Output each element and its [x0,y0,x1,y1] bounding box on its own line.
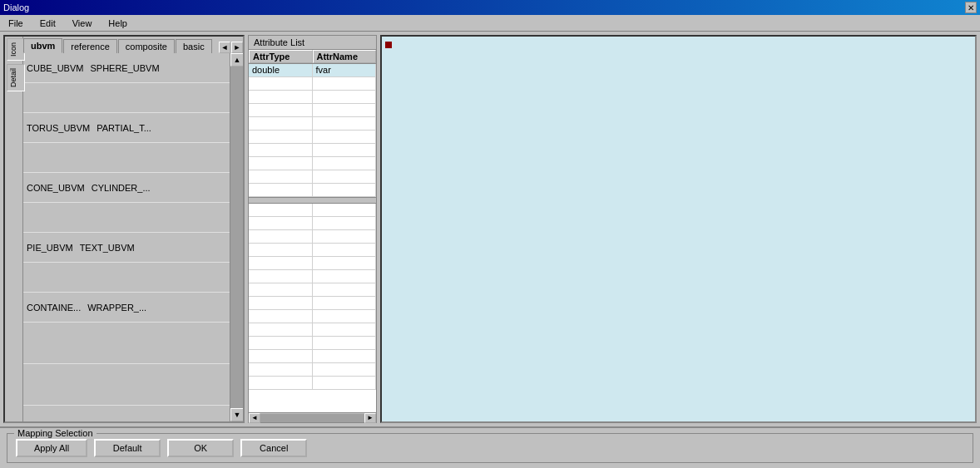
side-buttons: Icon Detail [5,37,23,421]
attr-row-17[interactable] [249,297,376,310]
item-col1: TORUS_UBVM [27,123,90,133]
attr-row-2[interactable] [249,91,376,104]
scroll-up-button[interactable]: ▲ [230,53,243,67]
scroll-h-track [260,414,364,422]
attr-row-16[interactable] [249,283,376,297]
right-panel [380,35,977,423]
red-square-indicator [385,42,392,48]
attr-cell-name-0: fvar [313,64,377,76]
attr-row-20[interactable] [249,337,376,350]
attr-row-1[interactable] [249,77,376,91]
list-item-0[interactable]: CUBE_UBVM SPHERE_UBVM [23,53,230,83]
attr-row-6[interactable] [249,144,376,157]
attr-row-7[interactable] [249,157,376,170]
attr-header: AttrType AttrName [249,50,376,64]
attr-scrollbar-h[interactable]: ◄ ► [249,412,376,422]
item-col2: CYLINDER_... [92,183,151,193]
tab-prev-button[interactable]: ◄ [219,42,230,53]
attr-row-9[interactable] [249,184,376,197]
list-area: CUBE_UBVM SPHERE_UBVM TORUS_UBVM PARTIAL… [23,53,243,421]
apply-all-button[interactable]: Apply All [16,439,87,457]
menu-view[interactable]: View [67,17,97,29]
list-item-4[interactable]: CONE_UBVM CYLINDER_... [23,173,230,203]
attr-row-21[interactable] [249,350,376,363]
attr-row-14[interactable] [249,257,376,270]
cancel-button[interactable]: Cancel [240,439,307,457]
list-item-9[interactable] [23,323,230,364]
item-col2: TEXT_UBVM [80,243,135,253]
list-item-8[interactable]: CONTAINE... WRAPPER_... [23,293,230,323]
attr-row-separator [249,197,376,204]
ok-button[interactable]: OK [167,439,234,457]
tab-composite[interactable]: composite [118,39,175,53]
scroll-left-button[interactable]: ◄ [249,413,260,423]
menu-file[interactable]: File [3,17,28,29]
menu-bar: File Edit View Help [0,15,980,32]
attr-row-4[interactable] [249,117,376,131]
item-col1: CUBE_UBVM [27,63,83,73]
list-item-3[interactable] [23,143,230,173]
list-item-5[interactable] [23,203,230,233]
item-col2: WRAPPER_... [87,303,146,313]
middle-panel: Attribute List AttrType AttrName double … [248,35,377,423]
tab-reference[interactable]: reference [63,39,116,53]
item-col2: PARTIAL_T... [97,123,151,133]
attr-row-15[interactable] [249,270,376,283]
menu-edit[interactable]: Edit [35,17,61,29]
list-item-10[interactable] [23,364,230,406]
dialog-area: Icon Detail ubvm reference composite bas… [0,32,980,426]
tab-nav: ◄ ► [219,42,243,53]
attr-row-12[interactable] [249,230,376,244]
attr-row-10[interactable] [249,204,376,217]
item-col1: CONE_UBVM [27,183,85,193]
item-col1: CONTAINE... [27,303,81,313]
menu-help[interactable]: Help [103,17,132,29]
mapping-selection-group: Mapping Selection Apply All Default OK C… [7,433,973,463]
item-col2: SPHERE_UBVM [90,63,159,73]
attr-row-18[interactable] [249,310,376,323]
default-button[interactable]: Default [94,439,161,457]
list-item-1[interactable] [23,83,230,113]
detail-button[interactable]: Detail [7,64,25,91]
attr-list-title: Attribute List [249,36,376,50]
list-item-6[interactable]: PIE_UBVM TEXT_UBVM [23,233,230,263]
tabs-row: ubvm reference composite basic ◄ ► [23,37,243,53]
attr-row-23[interactable] [249,377,376,390]
attr-row-3[interactable] [249,104,376,117]
bottom-bar: Mapping Selection Apply All Default OK C… [0,426,980,468]
tab-next-button[interactable]: ► [231,42,243,53]
attr-row-0[interactable]: double fvar [249,64,376,77]
left-panel: Icon Detail ubvm reference composite bas… [3,35,245,423]
attr-row-13[interactable] [249,244,376,257]
attr-row-5[interactable] [249,131,376,144]
main-content: Icon Detail ubvm reference composite bas… [0,32,980,468]
list-item-7[interactable] [23,263,230,293]
attr-header-name[interactable]: AttrName [313,50,377,63]
tab-and-list: ubvm reference composite basic ◄ ► CUBE_… [23,37,243,421]
group-label: Mapping Selection [14,428,97,438]
scroll-down-button[interactable]: ▼ [230,408,243,421]
list-item-11[interactable] [23,406,230,421]
attr-header-type[interactable]: AttrType [249,50,313,63]
attr-list-group: Attribute List AttrType AttrName double … [248,35,377,423]
attr-rows[interactable]: double fvar [249,64,376,412]
item-col1: PIE_UBVM [27,243,73,253]
title-bar: Dialog ✕ [0,0,980,15]
scroll-track [230,67,243,408]
tab-ubvm[interactable]: ubvm [23,38,62,53]
scroll-right-button[interactable]: ► [364,413,376,423]
attr-row-19[interactable] [249,323,376,337]
attr-row-22[interactable] [249,363,376,377]
icon-button[interactable]: Icon [7,38,25,61]
attr-row-8[interactable] [249,170,376,184]
list-scrollbar[interactable]: ▲ ▼ [230,53,243,421]
attr-cell-type-0: double [249,64,313,76]
attr-row-11[interactable] [249,217,376,230]
list-item-2[interactable]: TORUS_UBVM PARTIAL_T... [23,113,230,143]
close-button[interactable]: ✕ [965,2,977,13]
tab-basic[interactable]: basic [176,39,212,53]
list-scroll-wrapper[interactable]: CUBE_UBVM SPHERE_UBVM TORUS_UBVM PARTIAL… [23,53,230,421]
window-title: Dialog [3,2,29,12]
